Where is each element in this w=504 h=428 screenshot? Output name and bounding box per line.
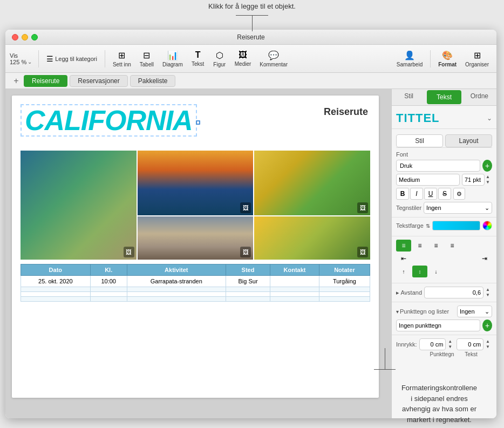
- indent-right-button[interactable]: ⇥: [477, 253, 492, 264]
- punkttegn-select[interactable]: Ingen ⌄: [457, 305, 492, 317]
- font-weight-field[interactable]: Medium: [396, 174, 460, 186]
- minimize-button[interactable]: [22, 34, 28, 40]
- innrykk-sublabel-tekst: Tekst: [458, 351, 485, 357]
- panel-tab-ordne[interactable]: Ordne: [462, 89, 496, 105]
- gear-button[interactable]: ⚙: [453, 188, 465, 200]
- tabell-button[interactable]: ⊟ Tabell: [137, 48, 157, 70]
- font-plus-button[interactable]: +: [482, 160, 492, 172]
- strikethrough-button[interactable]: S: [438, 188, 451, 200]
- california-title: CALIFORNIA: [21, 104, 197, 137]
- spacer-indent: [412, 253, 476, 264]
- avstand-up[interactable]: ▲: [486, 287, 492, 293]
- pi-down[interactable]: ▼: [448, 344, 454, 350]
- avstand-stepper[interactable]: ▲ ▼: [486, 287, 492, 297]
- font-size-up[interactable]: ▲: [486, 174, 492, 180]
- color-swatch[interactable]: [432, 221, 480, 230]
- vis-label[interactable]: Vis: [10, 52, 18, 59]
- font-label: Font: [396, 151, 492, 158]
- legg-til-button[interactable]: ☰ Legg til kategori: [43, 52, 100, 65]
- color-arrows-icon[interactable]: ⇅: [426, 223, 430, 229]
- font-name-field[interactable]: Druk: [396, 160, 480, 172]
- separator-3: [430, 50, 431, 67]
- font-size-field[interactable]: 71 pkt: [462, 174, 485, 186]
- cell-aktivitet-1[interactable]: Garrapata-stranden: [127, 276, 226, 287]
- punkttegn-header: ▾ Punkttegn og lister Ingen ⌄: [396, 305, 492, 317]
- tab-pakkeliste[interactable]: Pakkeliste: [130, 75, 176, 87]
- punkttegn-label: Punkttegn og lister: [400, 308, 456, 315]
- format-button[interactable]: 🎨 Format: [435, 48, 460, 70]
- panel-tab-tekst[interactable]: Tekst: [427, 90, 461, 104]
- cell-dato-1[interactable]: 25. okt. 2020: [21, 276, 91, 287]
- tab-reservasjoner[interactable]: Reservasjoner: [70, 75, 127, 87]
- punkttegn-innrykk-stepper[interactable]: ▲ ▼: [448, 339, 454, 349]
- underline-button[interactable]: U: [424, 188, 437, 200]
- tekst-innrykk-stepper[interactable]: ▲ ▼: [486, 339, 492, 349]
- cell-notater-1[interactable]: Turgåing: [319, 276, 370, 287]
- samarbeid-button[interactable]: 👤 Samarbeid: [393, 48, 426, 70]
- italic-button[interactable]: I: [410, 188, 423, 200]
- cell-kontakt-1[interactable]: [270, 276, 319, 287]
- canvas-area[interactable]: CALIFORNIA Reiserute 🖼 🖼: [5, 89, 391, 418]
- sub-tab-layout[interactable]: Layout: [445, 134, 492, 147]
- align-justify-button[interactable]: ≡: [445, 240, 460, 252]
- tekst-button[interactable]: T Tekst: [188, 48, 208, 69]
- align-center-button[interactable]: ≡: [412, 240, 427, 252]
- tekst-innrykk-field[interactable]: 0 cm: [457, 338, 483, 350]
- photo-seals[interactable]: 🖼: [138, 216, 254, 260]
- zoom-stepper[interactable]: ⌄: [28, 59, 32, 65]
- california-text-box[interactable]: CALIFORNIA: [21, 104, 197, 141]
- add-tab-button[interactable]: +: [11, 76, 22, 86]
- organiser-button[interactable]: ⊞ Organiser: [462, 48, 492, 70]
- ti-up[interactable]: ▲: [486, 339, 492, 344]
- panel-tabs: Stil Tekst Ordne: [392, 89, 496, 106]
- color-wheel[interactable]: [482, 221, 492, 230]
- align-right-button[interactable]: ≡: [428, 240, 444, 252]
- sett-inn-button[interactable]: ⊞ Sett inn: [110, 48, 134, 70]
- font-size-down[interactable]: ▼: [486, 180, 492, 185]
- kommentar-button[interactable]: 💬 Kommentar: [256, 48, 291, 70]
- zoom-value[interactable]: 125 %: [10, 59, 26, 65]
- diagram-button[interactable]: 📊 Diagram: [159, 48, 186, 70]
- title-dropdown[interactable]: TITTEL ⌄: [392, 108, 496, 129]
- collapse-icon[interactable]: ▾: [396, 309, 399, 315]
- photo-meadow[interactable]: 🖼: [254, 151, 370, 215]
- cell-sted-1[interactable]: Big Sur: [226, 276, 270, 287]
- avstand-value-field[interactable]: 0,6: [424, 287, 483, 298]
- bold-button[interactable]: B: [396, 188, 409, 200]
- sheet: CALIFORNIA Reiserute 🖼 🖼: [12, 96, 379, 398]
- pi-up[interactable]: ▲: [448, 339, 454, 344]
- punkttegn-chevron: ⌄: [485, 308, 489, 315]
- ingen-plus-button[interactable]: +: [482, 320, 492, 331]
- h-align-row: ≡ ≡ ≡ ≡: [396, 240, 492, 252]
- valign-top-button[interactable]: ↑: [396, 266, 411, 277]
- figur-button[interactable]: ⬡ Figur: [210, 48, 229, 70]
- right-panel: Stil Tekst Ordne TITTEL ⌄ Stil Layout Fo…: [391, 89, 496, 418]
- reiserute-heading: Reiserute: [324, 106, 368, 118]
- tabell-label: Tabell: [140, 62, 154, 67]
- font-size-stepper[interactable]: ▲ ▼: [486, 174, 492, 185]
- close-button[interactable]: [12, 34, 18, 40]
- maximize-button[interactable]: [31, 34, 38, 40]
- panel-tab-stil[interactable]: Stil: [392, 89, 426, 105]
- font-section: Font Druk + Medium 71 pkt: [392, 148, 496, 218]
- valign-middle-button[interactable]: ↕: [412, 266, 427, 277]
- punkttegn-innrykk-field[interactable]: 0 cm: [419, 338, 446, 350]
- sub-tab-stil[interactable]: Stil: [396, 134, 443, 147]
- indent-left-button[interactable]: ⇤: [396, 253, 411, 264]
- align-left-button[interactable]: ≡: [396, 240, 411, 252]
- avstand-row: ▸ Avstand 0,6 ▲ ▼: [396, 287, 492, 298]
- photo-coast[interactable]: 🖼: [21, 151, 137, 260]
- cell-kl-1[interactable]: 10:00: [90, 276, 127, 287]
- col-kontakt: Kontakt: [270, 264, 319, 276]
- selection-handle[interactable]: [196, 120, 200, 125]
- font-size-group: 71 pkt ▲ ▼: [462, 174, 492, 186]
- ti-down[interactable]: ▼: [486, 344, 492, 350]
- tab-reiserute[interactable]: Reiserute: [24, 75, 67, 87]
- ingen-punkttegn-field[interactable]: Ingen punkttegn: [396, 320, 480, 331]
- medier-button[interactable]: 🖼 Medier: [231, 48, 255, 69]
- valign-bottom-button[interactable]: ↓: [428, 266, 444, 277]
- avstand-down[interactable]: ▼: [486, 293, 492, 298]
- photo-extra[interactable]: 🖼: [254, 216, 370, 260]
- tegnstiler-select[interactable]: Ingen ⌄: [424, 202, 492, 214]
- photo-lighthouse[interactable]: 🖼: [138, 151, 254, 215]
